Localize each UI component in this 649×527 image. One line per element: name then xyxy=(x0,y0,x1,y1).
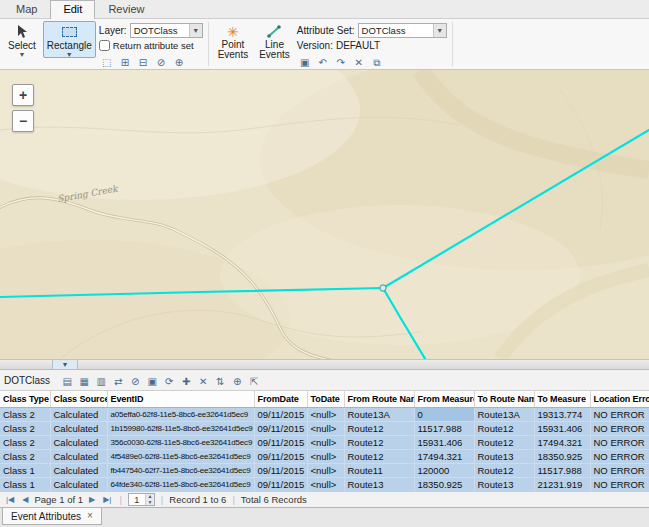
table-cell[interactable]: <null> xyxy=(307,435,344,449)
table-cell[interactable]: <null> xyxy=(307,421,344,435)
switch-selection-icon[interactable]: ⇄ xyxy=(110,373,126,388)
table-cell[interactable]: NO ERROR xyxy=(590,477,649,491)
table-cell[interactable]: Route12 xyxy=(474,435,534,449)
table-cell[interactable]: 18350.925 xyxy=(534,449,590,463)
table-cell[interactable]: Class 2 xyxy=(0,435,50,449)
table-cell[interactable]: <null> xyxy=(307,407,344,421)
table-cell[interactable]: 09/11/2015 xyxy=(254,421,307,435)
table-cell[interactable]: Route11 xyxy=(344,463,414,477)
table-cell[interactable]: Calculated xyxy=(50,435,107,449)
route-vertex-marker[interactable] xyxy=(380,285,386,291)
table-cell[interactable]: 17494.321 xyxy=(534,435,590,449)
column-header[interactable]: To Route Name xyxy=(474,391,534,407)
table-cell[interactable]: 17494.321 xyxy=(414,449,474,463)
table-row[interactable]: Class 2Calculateda05effa0-62f8-11e5-8bc6… xyxy=(0,407,649,421)
zoom-to-selection-icon[interactable]: ⊕ xyxy=(171,54,187,69)
table-row[interactable]: Class 1Calculated64fde340-62f8-11e5-8bc6… xyxy=(0,477,649,491)
sort-records-icon[interactable]: ⇅ xyxy=(212,373,228,388)
table-cell[interactable]: 09/11/2015 xyxy=(254,407,307,421)
remove-from-selection-icon[interactable]: ⊟ xyxy=(135,54,151,69)
table-cell[interactable]: 15931.406 xyxy=(534,421,590,435)
tab-event-attributes[interactable]: Event Attributes × xyxy=(2,508,102,525)
table-cell[interactable]: Class 2 xyxy=(0,449,50,463)
table-cell[interactable]: 356c0030-62f8-11e5-8bc6-ee32641d5ec9 xyxy=(107,435,254,449)
tab-map[interactable]: Map xyxy=(3,0,50,18)
add-to-selection-icon[interactable]: ⊞ xyxy=(117,54,133,69)
column-header[interactable]: EventID xyxy=(107,391,254,407)
column-header[interactable]: From Measure xyxy=(414,391,474,407)
table-cell[interactable]: Class 2 xyxy=(0,407,50,421)
tab-review[interactable]: Review xyxy=(95,0,157,18)
column-header[interactable]: To Measure xyxy=(534,391,590,407)
table-cell[interactable]: fb447540-62f7-11e5-8bc6-ee32641d5ec9 xyxy=(107,463,254,477)
table-cell[interactable]: 1b159980-62f8-11e5-8bc6-ee32641d5ec9 xyxy=(107,421,254,435)
delete-event-icon[interactable]: ✕ xyxy=(351,54,367,69)
table-cell[interactable]: NO ERROR xyxy=(590,435,649,449)
add-record-icon[interactable]: ✚ xyxy=(178,373,194,388)
table-cell[interactable]: 11517.988 xyxy=(534,463,590,477)
table-cell[interactable]: <null> xyxy=(307,463,344,477)
refresh-table-icon[interactable]: ⟳ xyxy=(161,373,177,388)
table-cell[interactable]: Class 1 xyxy=(0,463,50,477)
table-cell[interactable]: Calculated xyxy=(50,449,107,463)
map-view[interactable]: Spring Creek + − xyxy=(0,70,649,359)
table-cell[interactable]: Route12 xyxy=(344,449,414,463)
panel-splitter[interactable]: ▼ xyxy=(0,359,649,370)
close-icon[interactable]: × xyxy=(87,511,93,521)
clear-table-selection-icon[interactable]: ⊘ xyxy=(127,373,143,388)
table-cell[interactable]: 11517.988 xyxy=(414,421,474,435)
tab-edit[interactable]: Edit xyxy=(50,0,95,19)
next-page-button[interactable]: ▶ xyxy=(87,493,97,507)
zoom-in-button[interactable]: + xyxy=(12,84,34,106)
table-cell[interactable]: Route12 xyxy=(474,463,534,477)
show-all-records-icon[interactable]: ▦ xyxy=(76,373,92,388)
first-page-button[interactable]: |◀ xyxy=(4,493,16,507)
layer-select[interactable]: DOTClass ▼ xyxy=(130,23,203,38)
table-cell[interactable]: Calculated xyxy=(50,463,107,477)
table-cell[interactable]: Calculated xyxy=(50,421,107,435)
table-cell[interactable]: NO ERROR xyxy=(590,421,649,435)
table-row[interactable]: Class 2Calculated356c0030-62f8-11e5-8bc6… xyxy=(0,435,649,449)
table-cell[interactable]: Route13A xyxy=(344,407,414,421)
table-cell[interactable]: Route12 xyxy=(344,435,414,449)
table-cell[interactable]: Route13 xyxy=(474,449,534,463)
table-row[interactable]: Class 2Calculated4f5489e0-62f8-11e5-8bc6… xyxy=(0,449,649,463)
page-number-spinner[interactable]: 1 ▲ ▼ xyxy=(128,493,155,506)
table-cell[interactable]: NO ERROR xyxy=(590,407,649,421)
table-cell[interactable]: Route13A xyxy=(474,407,534,421)
prev-page-button[interactable]: ◀ xyxy=(20,493,30,507)
table-cell[interactable]: <null> xyxy=(307,449,344,463)
table-row[interactable]: Class 1Calculatedfb447540-62f7-11e5-8bc6… xyxy=(0,463,649,477)
table-cell[interactable]: Route12 xyxy=(474,421,534,435)
new-selection-icon[interactable]: ⬚ xyxy=(99,54,115,69)
table-cell[interactable]: Class 1 xyxy=(0,477,50,491)
show-selected-records-icon[interactable]: ▥ xyxy=(93,373,109,388)
line-events-button[interactable]: LineEvents xyxy=(255,21,294,61)
table-cell[interactable]: 18350.925 xyxy=(414,477,474,491)
table-cell[interactable]: Class 2 xyxy=(0,421,50,435)
spinner-arrows-icon[interactable]: ▲ ▼ xyxy=(145,494,154,505)
table-row[interactable]: Class 2Calculated1b159980-62f8-11e5-8bc6… xyxy=(0,421,649,435)
table-cell[interactable]: 0 xyxy=(414,407,474,421)
chevron-down-icon[interactable]: ▼ xyxy=(433,24,446,37)
save-edits-icon[interactable]: ▣ xyxy=(297,54,313,69)
table-cell[interactable]: 120000 xyxy=(414,463,474,477)
redo-icon[interactable]: ↷ xyxy=(333,54,349,69)
column-header[interactable]: ToDate xyxy=(307,391,344,407)
select-tool-button[interactable]: Select ▼ xyxy=(4,21,40,58)
table-cell[interactable]: Route12 xyxy=(344,421,414,435)
map-canvas[interactable]: Spring Creek xyxy=(0,70,649,359)
table-cell[interactable]: 09/11/2015 xyxy=(254,435,307,449)
zoom-out-button[interactable]: − xyxy=(12,110,34,132)
collapse-panel-button[interactable]: ▼ xyxy=(52,360,78,370)
table-cell[interactable]: <null> xyxy=(307,477,344,491)
chevron-down-icon[interactable]: ▼ xyxy=(189,24,202,37)
last-page-button[interactable]: ▶| xyxy=(101,493,113,507)
return-attribute-set-checkbox[interactable] xyxy=(99,40,110,51)
column-header[interactable]: Class Source xyxy=(50,391,107,407)
dock-panel-icon[interactable]: ⇱ xyxy=(246,373,262,388)
table-cell[interactable]: 21231.919 xyxy=(534,477,590,491)
undo-icon[interactable]: ↶ xyxy=(315,54,331,69)
table-cell[interactable]: Calculated xyxy=(50,477,107,491)
table-cell[interactable]: 15931.406 xyxy=(414,435,474,449)
